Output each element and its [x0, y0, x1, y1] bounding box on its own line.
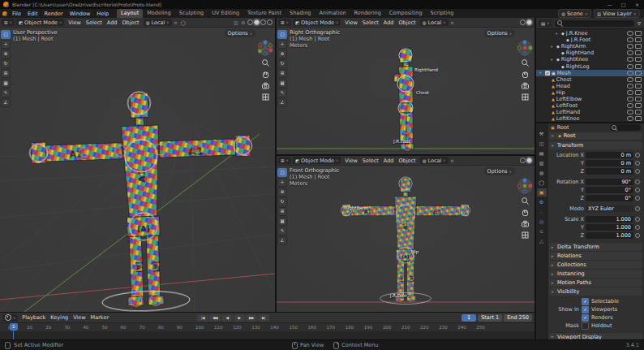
viewport-menu[interactable]: Add	[381, 19, 397, 26]
tool-button[interactable]: ▦	[1, 79, 11, 88]
viewport-menu[interactable]: Select	[360, 19, 381, 26]
viewport-options-dropdown[interactable]: Options∨	[484, 29, 515, 37]
workspace-tab[interactable]: Modeling	[143, 9, 175, 18]
tool-button[interactable]: ∠	[277, 236, 287, 245]
object-name-field[interactable]: ▾ ◆ Root	[549, 132, 642, 140]
shading-solid-icon[interactable]	[254, 19, 260, 25]
toggle-projection-icon[interactable]	[521, 93, 530, 102]
animate-property-icon[interactable]	[635, 188, 640, 192]
shading-material-icon[interactable]	[260, 19, 266, 25]
expand-arrow-icon[interactable]: ▾	[556, 32, 560, 36]
properties-panel-header[interactable]: ▸ Instancing	[549, 270, 642, 278]
tool-button[interactable]: ⊞	[277, 69, 287, 78]
navigation-gizmo[interactable]	[257, 40, 273, 56]
property-value-field[interactable]: 0 m	[586, 152, 633, 158]
outliner-search-input[interactable]	[555, 20, 635, 27]
workspace-tab[interactable]: UV Editing	[208, 9, 243, 18]
show-in-renders-checkbox[interactable]: ✓	[582, 314, 589, 322]
animate-property-icon[interactable]	[635, 161, 640, 166]
holdout-checkbox[interactable]	[582, 322, 589, 330]
property-value-field[interactable]: 1.000	[586, 216, 633, 223]
visibility-panel-header[interactable]: ▾ Visibility	[549, 287, 642, 296]
hide-viewport-icon[interactable]	[627, 84, 633, 89]
property-value-field[interactable]: 0°	[586, 187, 633, 193]
disable-render-icon[interactable]	[635, 116, 642, 121]
transform-orientation-dropdown[interactable]: ◍Local∨	[420, 19, 449, 26]
tool-button[interactable]: ⊕	[1, 50, 11, 58]
navigation-gizmo[interactable]	[517, 178, 533, 194]
shading-solid-icon[interactable]	[526, 158, 532, 163]
selectable-checkbox[interactable]: ✓	[582, 298, 589, 305]
timeline-menu[interactable]: Marker	[88, 314, 111, 321]
hide-viewport-icon[interactable]	[627, 90, 633, 95]
close-button[interactable]: ×	[630, 0, 644, 9]
property-value-field[interactable]: 1.000	[586, 224, 633, 231]
animate-property-icon[interactable]	[635, 169, 640, 174]
hide-viewport-icon[interactable]	[627, 103, 633, 108]
outliner-row[interactable]: ✓ ▲ LeftFoot	[536, 102, 644, 109]
outliner-row[interactable]: ✓ ◆ RightHand	[536, 50, 644, 56]
hide-viewport-icon[interactable]	[627, 57, 633, 62]
outliner-row[interactable]: ▾ ✓ ◆ RightKnee	[536, 56, 644, 63]
shading-wireframe-icon[interactable]	[247, 19, 253, 25]
jump-to-start-button[interactable]: |◀	[197, 314, 208, 322]
hide-viewport-icon[interactable]	[627, 44, 633, 49]
tool-button[interactable]: ∠	[277, 98, 287, 107]
workspace-tab[interactable]: Texture Paint	[243, 9, 286, 18]
viewport-menu[interactable]: Object	[119, 19, 141, 26]
tool-button[interactable]: ▦	[277, 79, 287, 88]
mode-dropdown[interactable]: ◩Object Mode∨	[293, 157, 341, 164]
disable-render-icon[interactable]	[635, 90, 642, 95]
animate-property-icon[interactable]	[635, 233, 640, 238]
hide-viewport-icon[interactable]	[627, 77, 633, 82]
outliner-row[interactable]: ✓ ▲ LeftKnee	[536, 115, 644, 122]
properties-panel-header[interactable]: ▸ Delta Transform	[549, 243, 642, 251]
viewport-options-dropdown[interactable]: Options∨	[225, 29, 255, 37]
filter-icon[interactable]: ∇	[637, 21, 642, 26]
viewport-menu[interactable]: Object	[396, 19, 418, 26]
properties-tab[interactable]: ▤	[537, 149, 547, 158]
viewport-canvas-front-ortho[interactable]: RightHandHipJ.R.Foot □+⊕↻⊞▦✎∠ Front Orth…	[277, 165, 535, 312]
disable-render-icon[interactable]	[635, 50, 642, 55]
tool-button[interactable]: □	[277, 168, 287, 177]
viewport-options-dropdown[interactable]: Options∨	[484, 167, 515, 175]
camera-view-icon[interactable]	[521, 81, 530, 90]
properties-tab[interactable]: ⚙	[537, 198, 547, 206]
frame-end-field[interactable]: End250	[504, 314, 532, 322]
outliner-row[interactable]: ▾ ✓ ◆ RightArm	[536, 43, 644, 50]
overlays-toggle-icon[interactable]: ◫	[233, 20, 238, 25]
disable-render-icon[interactable]	[635, 110, 642, 115]
viewport-menu[interactable]: View	[66, 19, 83, 26]
proportional-edit-icon[interactable]: ◯	[180, 20, 187, 25]
properties-tab[interactable]: ∴	[537, 208, 547, 216]
snap-magnet-icon[interactable]: ∩	[450, 20, 455, 25]
current-frame-field[interactable]: 1	[462, 314, 476, 322]
disable-render-icon[interactable]	[635, 44, 642, 49]
workspace-tab[interactable]: Scripting	[427, 9, 458, 18]
unlink-icon[interactable]: ×	[633, 11, 637, 16]
hide-viewport-icon[interactable]	[627, 71, 633, 76]
tool-button[interactable]: ↻	[277, 197, 287, 206]
property-value-field[interactable]: 0 m	[586, 160, 633, 166]
shading-rendered-icon[interactable]	[267, 19, 273, 25]
outliner-row[interactable]: ✓ ▲ LeftHand	[536, 109, 644, 115]
properties-tab[interactable]: ⚒	[537, 130, 547, 138]
viewport-menu[interactable]: Select	[360, 158, 381, 164]
zoom-view-icon[interactable]	[261, 58, 270, 67]
menubar-menu[interactable]: Render	[41, 11, 66, 17]
workspace-tab[interactable]: Compositing	[385, 9, 427, 18]
show-in-viewports-checkbox[interactable]: ✓	[582, 306, 589, 313]
disable-render-icon[interactable]	[635, 71, 642, 76]
outliner-row[interactable]: ✓ ▲ Hip	[536, 89, 644, 96]
viewport-menu[interactable]: View	[342, 19, 359, 26]
workspace-tab[interactable]: Shading	[286, 9, 315, 18]
blender-menu-icon[interactable]	[2, 11, 7, 16]
unlink-icon[interactable]: ×	[585, 11, 588, 16]
move-view-icon[interactable]	[521, 70, 530, 79]
animate-property-icon[interactable]	[635, 179, 640, 184]
tool-button[interactable]: +	[277, 40, 287, 49]
frame-start-field[interactable]: Start1	[478, 314, 502, 322]
move-view-icon[interactable]	[261, 70, 270, 79]
zoom-view-icon[interactable]	[521, 197, 530, 205]
timeline-menu[interactable]: Keying	[48, 314, 71, 321]
